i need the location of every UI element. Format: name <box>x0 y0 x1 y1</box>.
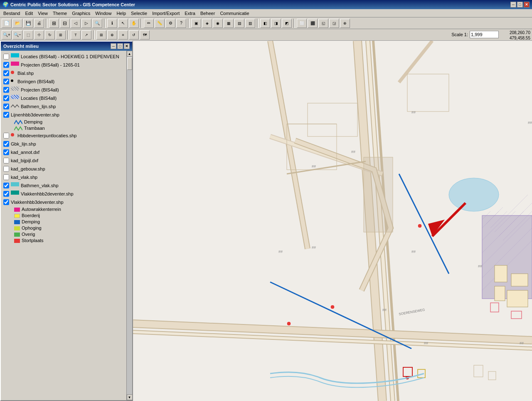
menu-selectie[interactable]: Selectie <box>128 10 150 17</box>
checkbox-loc1[interactable] <box>3 54 9 59</box>
refresh-btn[interactable]: ↺ <box>129 30 139 40</box>
scroll-up-button[interactable]: ▲ <box>127 51 133 57</box>
map-svg: ## ## ## ## ## ## ## ## ## ## ## ## SOER… <box>133 41 532 401</box>
zoom-in-btn[interactable]: 🔍+ <box>2 30 12 40</box>
menu-theme[interactable]: Theme <box>50 10 69 17</box>
tool-1[interactable]: ▣ <box>191 19 201 28</box>
new-button[interactable]: 📄 <box>2 19 12 28</box>
menu-extra[interactable]: Extra <box>182 10 198 17</box>
snap-btn[interactable]: ⊕ <box>107 30 117 40</box>
menu-beheer[interactable]: Beheer <box>198 10 217 17</box>
menu-bestand[interactable]: Bestand <box>1 10 22 17</box>
arrow-btn[interactable]: ↗ <box>81 30 91 40</box>
legend-item-loc2: Locaties (BIS4all) <box>2 94 126 102</box>
tool-11[interactable]: ⬛ <box>308 19 318 28</box>
legend-minimize[interactable]: ─ <box>111 43 116 49</box>
tool-4[interactable]: ▦ <box>224 19 234 28</box>
text-btn[interactable]: T <box>71 30 81 40</box>
label-trambaan: Trambaan <box>24 125 45 131</box>
zoom-window-btn[interactable]: ⬚ <box>23 30 33 40</box>
menu-communicatie[interactable]: Communicatie <box>217 10 251 17</box>
open-button[interactable]: 📂 <box>12 19 22 28</box>
app-icon: 🌍 <box>2 2 9 7</box>
tool-12[interactable]: ◱ <box>318 19 328 28</box>
menu-view[interactable]: View <box>35 10 50 17</box>
menu-graphics[interactable]: Graphics <box>69 10 93 17</box>
measure-button[interactable]: 📏 <box>155 19 165 28</box>
tool-6[interactable]: ▥ <box>245 19 255 28</box>
legend-sub-overig: Overig <box>2 231 126 238</box>
menu-import-export[interactable]: Import/Export <box>150 10 182 17</box>
map-area[interactable]: ## ## ## ## ## ## ## ## ## ## ## ## SOER… <box>133 41 532 401</box>
checkbox-vlak-hbb2[interactable] <box>3 191 9 197</box>
checkbox-kad-bijpijl[interactable] <box>3 158 9 163</box>
svg-text:##: ## <box>312 164 316 168</box>
layer-btn[interactable]: ≡ <box>118 30 128 40</box>
print-button[interactable]: 🖨 <box>34 19 44 28</box>
checkbox-kad-annot[interactable] <box>3 149 9 155</box>
scroll-thumb[interactable] <box>127 57 132 70</box>
zoom-in-button[interactable]: 🔍 <box>92 19 102 28</box>
pan-button[interactable]: ✋ <box>129 19 139 28</box>
svg-text:##: ## <box>520 341 524 345</box>
tool-10[interactable]: ⬜ <box>297 19 307 28</box>
svg-rect-31 <box>495 265 507 282</box>
maximize-button[interactable]: □ <box>517 2 523 7</box>
help-button[interactable]: ? <box>176 19 186 28</box>
scale-input[interactable] <box>470 31 499 38</box>
swatch-hbb-punt <box>11 133 14 136</box>
save-button[interactable]: 💾 <box>23 19 33 28</box>
checkbox-proj1[interactable] <box>3 62 9 68</box>
zoom-next-button[interactable]: ▷ <box>81 19 91 28</box>
zoom-full-button[interactable]: ⊞ <box>49 19 59 28</box>
checkbox-kad-gebouw[interactable] <box>3 166 9 172</box>
legend-sub-autowrak: Autowrakkenterrein <box>2 206 126 213</box>
checkbox-hbb-punt[interactable] <box>3 133 9 139</box>
checkbox-gbk-lijn[interactable] <box>3 141 9 147</box>
tool-14[interactable]: ⊕ <box>340 19 350 28</box>
label-kad-annot: kad_annot.dxf <box>11 149 39 156</box>
zoom-extent-button[interactable]: ⊟ <box>60 19 70 28</box>
tool-8[interactable]: ◨ <box>271 19 281 28</box>
scroll-down-button[interactable]: ▼ <box>127 394 133 400</box>
zoom-prev-button[interactable]: ◁ <box>71 19 81 28</box>
grid-btn[interactable]: ⊞ <box>96 30 106 40</box>
tool-9[interactable]: ◩ <box>282 19 292 28</box>
full-extent-btn[interactable]: ⊞ <box>56 30 66 40</box>
legend-maximize[interactable]: □ <box>117 43 123 49</box>
checkbox-bor[interactable] <box>3 79 9 84</box>
swatch-bor <box>11 79 13 82</box>
menu-help[interactable]: Help <box>114 10 128 17</box>
draw-button[interactable]: ✏ <box>144 19 154 28</box>
checkbox-bath-vlak[interactable] <box>3 183 9 188</box>
checkbox-bath-lijn[interactable] <box>3 104 9 109</box>
zoom-out-btn[interactable]: 🔍− <box>12 30 22 40</box>
checkbox-kad-vlak[interactable] <box>3 174 9 180</box>
pan-tool-btn[interactable]: ☩ <box>34 30 44 40</box>
label-kad-vlak: kad_vlak.shp <box>11 174 37 181</box>
identify-button[interactable]: ℹ <box>107 19 117 28</box>
tool-7[interactable]: ◧ <box>260 19 270 28</box>
legend-close[interactable]: ✕ <box>124 43 130 49</box>
tool-5[interactable]: ▤ <box>234 19 244 28</box>
select-button[interactable]: ↖ <box>118 19 128 28</box>
tool-13[interactable]: ◲ <box>329 19 339 28</box>
label-bial: Bial.shp <box>17 70 34 77</box>
checkbox-vlak-hbb3[interactable] <box>3 199 9 205</box>
menu-window[interactable]: Window <box>93 10 114 17</box>
map-btn[interactable]: 🗺 <box>140 30 150 40</box>
settings-button[interactable]: ⚙ <box>165 19 175 28</box>
checkbox-lijn-hbb[interactable] <box>3 112 9 118</box>
close-button[interactable]: ✕ <box>524 2 530 7</box>
checkbox-proj2[interactable] <box>3 87 9 93</box>
svg-text:##: ## <box>278 250 283 254</box>
main-area: Overzicht milieu ─ □ ✕ Locaties (BIS4all… <box>0 41 532 401</box>
menu-edit[interactable]: Edit <box>22 10 35 17</box>
rotate-btn[interactable]: ↻ <box>45 30 55 40</box>
checkbox-loc2[interactable] <box>3 95 9 101</box>
minimize-button[interactable]: ─ <box>510 2 516 7</box>
label-lijn-hbb: Lijnenhbb3deventer.shp <box>11 111 59 118</box>
tool-2[interactable]: ◈ <box>202 19 212 28</box>
checkbox-bial[interactable] <box>3 70 9 76</box>
tool-3[interactable]: ◉ <box>213 19 223 28</box>
